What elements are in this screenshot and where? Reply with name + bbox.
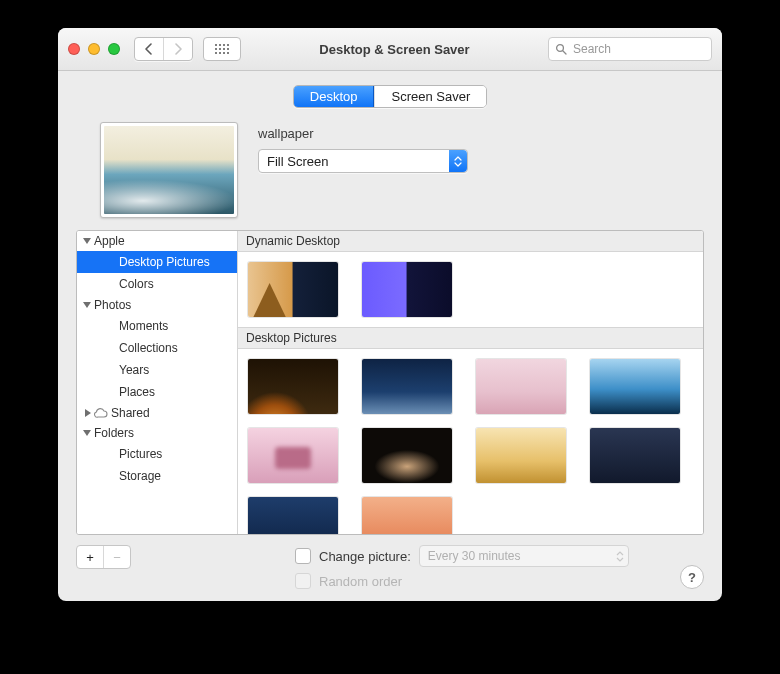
source-label: Storage: [119, 469, 161, 483]
random-order-checkbox: [295, 573, 311, 589]
wallpaper-thumb[interactable]: [362, 359, 452, 414]
source-colors[interactable]: Colors: [77, 273, 237, 295]
preferences-window: Desktop & Screen Saver Desktop Screen Sa…: [58, 28, 722, 601]
help-button[interactable]: ?: [680, 565, 704, 589]
wallpaper-grid[interactable]: Dynamic Desktop Desktop Pictures: [238, 231, 703, 534]
search-icon: [555, 43, 567, 55]
wallpaper-thumb[interactable]: [476, 359, 566, 414]
group-photos[interactable]: Photos: [77, 295, 237, 315]
popup-arrows-icon: [612, 551, 628, 562]
source-label: Collections: [119, 341, 178, 355]
search-input[interactable]: [571, 41, 705, 57]
grid-icon: [215, 44, 229, 54]
wallpaper-thumb[interactable]: [590, 359, 680, 414]
source-label: Colors: [119, 277, 154, 291]
source-moments[interactable]: Moments: [77, 315, 237, 337]
group-label: Folders: [94, 426, 134, 440]
group-apple[interactable]: Apple: [77, 231, 237, 251]
source-label: Moments: [119, 319, 168, 333]
source-label: Years: [119, 363, 149, 377]
source-pictures-folder[interactable]: Pictures: [77, 443, 237, 465]
group-folders[interactable]: Folders: [77, 423, 237, 443]
wallpaper-thumb[interactable]: [248, 497, 338, 534]
source-label: Pictures: [119, 447, 162, 461]
random-order-row: Random order: [295, 573, 629, 589]
svg-point-0: [557, 45, 564, 52]
random-order-label: Random order: [319, 574, 402, 589]
titlebar: Desktop & Screen Saver: [58, 28, 722, 71]
change-picture-checkbox[interactable]: [295, 548, 311, 564]
fill-mode-popup[interactable]: Fill Screen: [258, 149, 468, 173]
change-picture-row: Change picture: Every 30 minutes: [295, 545, 629, 567]
change-interval-popup: Every 30 minutes: [419, 545, 629, 567]
wallpaper-thumb[interactable]: [590, 428, 680, 483]
source-desktop-pictures[interactable]: Desktop Pictures: [77, 251, 237, 273]
wallpaper-thumbnail: [104, 126, 234, 214]
tab-desktop[interactable]: Desktop: [294, 86, 375, 107]
tab-screensaver[interactable]: Screen Saver: [374, 86, 486, 107]
source-places[interactable]: Places: [77, 381, 237, 403]
source-years[interactable]: Years: [77, 359, 237, 381]
show-all-button[interactable]: [203, 37, 241, 61]
change-picture-label: Change picture:: [319, 549, 411, 564]
wallpaper-thumb[interactable]: [476, 428, 566, 483]
disclosure-triangle-icon: [83, 302, 91, 308]
wallpaper-thumb[interactable]: [248, 262, 338, 317]
back-button[interactable]: [135, 38, 164, 60]
cloud-icon: [94, 408, 108, 418]
current-wallpaper-preview: [100, 122, 238, 218]
interval-value: Every 30 minutes: [428, 549, 521, 563]
section-dynamic-desktop: Dynamic Desktop: [238, 231, 703, 252]
search-field[interactable]: [548, 37, 712, 61]
wallpaper-thumb[interactable]: [248, 428, 338, 483]
disclosure-triangle-icon: [83, 238, 91, 244]
forward-button[interactable]: [164, 38, 192, 60]
source-label: Desktop Pictures: [119, 255, 210, 269]
source-list[interactable]: Apple Desktop Pictures Colors Ph: [77, 231, 238, 534]
wallpaper-name-label: wallpaper: [258, 126, 468, 141]
add-source-button[interactable]: +: [77, 546, 104, 568]
wallpaper-thumb[interactable]: [362, 428, 452, 483]
source-storage-folder[interactable]: Storage: [77, 465, 237, 487]
add-remove-source: + −: [76, 545, 131, 569]
window-title: Desktop & Screen Saver: [241, 42, 548, 57]
remove-source-button[interactable]: −: [104, 546, 130, 568]
group-label: Apple: [94, 234, 125, 248]
fill-mode-value: Fill Screen: [267, 154, 328, 169]
disclosure-triangle-icon: [83, 430, 91, 436]
zoom-button[interactable]: [108, 43, 120, 55]
wallpaper-thumb[interactable]: [362, 497, 452, 534]
group-shared[interactable]: Shared: [77, 403, 237, 423]
nav-back-forward: [134, 37, 193, 61]
wallpaper-thumb[interactable]: [248, 359, 338, 414]
popup-arrows-icon: [449, 150, 467, 172]
group-label: Photos: [94, 298, 131, 312]
minimize-button[interactable]: [88, 43, 100, 55]
pane-body: Desktop Screen Saver wallpaper Fill Scre…: [58, 71, 722, 601]
window-controls: [68, 43, 120, 55]
source-collections[interactable]: Collections: [77, 337, 237, 359]
section-desktop-pictures: Desktop Pictures: [238, 327, 703, 349]
tab-switcher: Desktop Screen Saver: [76, 85, 704, 108]
wallpaper-thumb[interactable]: [362, 262, 452, 317]
group-label: Shared: [111, 406, 150, 420]
disclosure-triangle-icon: [85, 409, 91, 417]
source-label: Places: [119, 385, 155, 399]
close-button[interactable]: [68, 43, 80, 55]
svg-line-1: [563, 51, 566, 54]
